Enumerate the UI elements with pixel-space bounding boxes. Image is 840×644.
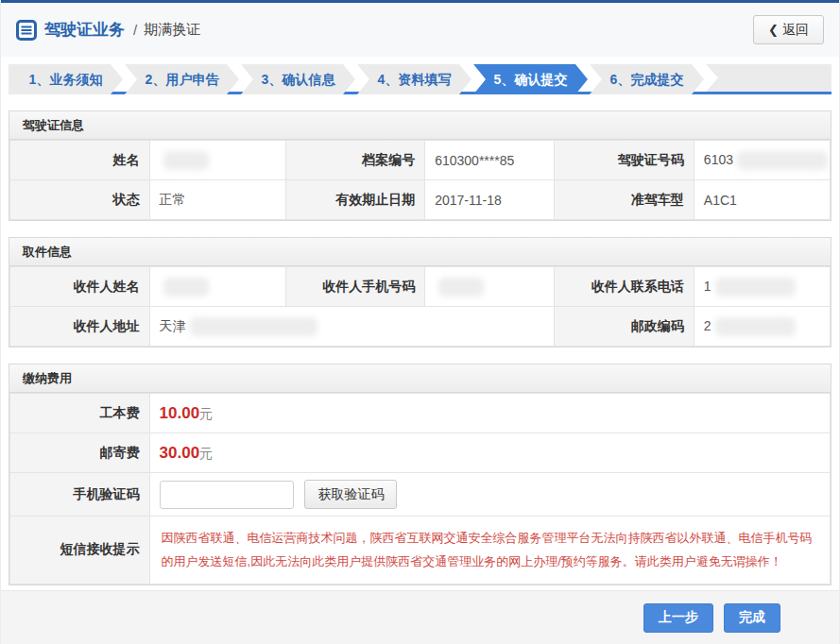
work-fee-value: 10.00元 — [149, 394, 830, 433]
previous-step-button[interactable]: 上一步 — [643, 603, 713, 633]
back-button-label: 返回 — [782, 22, 809, 39]
license-no-value: 6103 — [694, 141, 830, 180]
fee-section: 缴纳费用 工本费 10.00元 邮寄费 30.00元 手机验证码 获取验证码 短… — [9, 364, 831, 585]
work-fee-amount: 10.00 — [160, 404, 200, 422]
sms-note-text: 因陕西省联通、电信运营商技术问题，陕西省互联网交通安全综合服务管理平台无法向持陕… — [162, 526, 818, 574]
pickup-info-table: 收件人姓名 收件人手机号码 收件人联系电话 1 收件人地址 天津 邮政编码 2 — [9, 266, 831, 347]
work-fee-label: 工本费 — [10, 394, 150, 433]
expiry-label: 有效期止日期 — [285, 180, 425, 220]
postal-code-label: 邮政编码 — [555, 307, 694, 347]
table-row: 邮寄费 30.00元 — [10, 433, 831, 473]
table-row: 工本费 10.00元 — [10, 394, 831, 433]
pickup-info-section: 取件信息 收件人姓名 收件人手机号码 收件人联系电话 1 收件人地址 天津 邮政… — [9, 237, 831, 347]
page-header: 驾驶证业务 / 期满换证 ❮ 返回 — [1, 3, 839, 57]
wizard-step-5-active[interactable]: 5、确认提交 — [473, 64, 588, 94]
work-fee-unit: 元 — [199, 406, 213, 421]
license-no-label: 驾驶证号码 — [555, 141, 694, 180]
fee-table: 工本费 10.00元 邮寄费 30.00元 手机验证码 获取验证码 短信接收提示… — [9, 393, 831, 585]
table-row: 手机验证码 获取验证码 — [10, 473, 831, 517]
recipient-mobile-label: 收件人手机号码 — [285, 267, 425, 307]
mail-fee-amount: 30.00 — [160, 444, 200, 462]
license-section-title: 驾驶证信息 — [9, 111, 831, 140]
recipient-name-label: 收件人姓名 — [10, 267, 150, 307]
recipient-mobile-value — [425, 267, 555, 307]
chevron-left-icon: ❮ — [768, 23, 779, 37]
table-row: 状态 正常 有效期止日期 2017-11-18 准驾车型 A1C1 — [10, 180, 831, 220]
redaction-blur — [737, 151, 828, 170]
breadcrumb-separator: / — [133, 22, 137, 38]
back-button[interactable]: ❮ 返回 — [753, 15, 824, 44]
recipient-phone-label: 收件人联系电话 — [555, 267, 694, 307]
finish-button[interactable]: 完成 — [724, 603, 780, 633]
page-title: 驾驶证业务 — [44, 19, 125, 41]
wizard-step-3[interactable]: 3、确认信息 — [241, 64, 355, 94]
recipient-address-label: 收件人地址 — [10, 307, 150, 347]
name-label: 姓名 — [10, 141, 150, 180]
redaction-blur — [715, 278, 796, 297]
redaction-blur — [190, 317, 317, 336]
table-row: 收件人姓名 收件人手机号码 收件人联系电话 1 — [10, 267, 831, 307]
vehicle-class-value: A1C1 — [694, 180, 830, 220]
redaction-blur — [163, 278, 209, 297]
license-info-section: 驾驶证信息 姓名 档案编号 610300****85 驾驶证号码 6103 状态… — [9, 110, 831, 221]
wizard-step-4[interactable]: 4、资料填写 — [357, 64, 471, 94]
postal-code-value: 2 — [694, 307, 830, 347]
sms-note-cell: 因陕西省联通、电信运营商技术问题，陕西省互联网交通安全综合服务管理平台无法向持陕… — [149, 517, 830, 585]
footer-action-bar: 上一步 完成 — [1, 590, 839, 644]
status-value: 正常 — [149, 180, 285, 220]
mail-fee-unit: 元 — [199, 446, 213, 461]
redaction-blur — [163, 151, 209, 170]
wizard-step-6[interactable]: 6、完成提交 — [590, 64, 704, 94]
breadcrumb-current: 期满换证 — [144, 21, 200, 39]
wizard-tail — [706, 64, 831, 92]
table-row: 收件人地址 天津 邮政编码 2 — [10, 307, 831, 347]
table-row: 短信接收提示 因陕西省联通、电信运营商技术问题，陕西省互联网交通安全综合服务管理… — [10, 517, 831, 585]
wizard-step-2[interactable]: 2、用户申告 — [125, 64, 239, 94]
step-wizard: 1、业务须知 2、用户申告 3、确认信息 4、资料填写 5、确认提交 6、完成提… — [9, 64, 831, 94]
file-no-label: 档案编号 — [285, 141, 425, 180]
recipient-address-value: 天津 — [149, 307, 555, 347]
sms-code-input[interactable] — [160, 481, 294, 509]
status-label: 状态 — [10, 180, 150, 220]
expiry-value: 2017-11-18 — [425, 180, 555, 220]
table-row: 姓名 档案编号 610300****85 驾驶证号码 6103 — [10, 141, 831, 180]
redaction-blur — [715, 317, 796, 336]
recipient-name-value — [149, 267, 285, 307]
get-sms-code-button[interactable]: 获取验证码 — [304, 480, 397, 509]
sms-code-cell: 获取验证码 — [149, 473, 830, 517]
vehicle-class-label: 准驾车型 — [555, 180, 694, 220]
fee-section-title: 缴纳费用 — [9, 364, 831, 393]
mail-fee-label: 邮寄费 — [10, 433, 150, 473]
name-value — [149, 141, 285, 180]
recipient-phone-value: 1 — [694, 267, 830, 307]
license-info-table: 姓名 档案编号 610300****85 驾驶证号码 6103 状态 正常 有效… — [9, 140, 831, 220]
pickup-section-title: 取件信息 — [9, 238, 831, 266]
redaction-blur — [438, 278, 484, 297]
wizard-step-1[interactable]: 1、业务须知 — [9, 64, 123, 94]
mail-fee-value: 30.00元 — [149, 433, 830, 473]
sms-code-label: 手机验证码 — [10, 473, 150, 517]
sms-note-label: 短信接收提示 — [10, 517, 150, 585]
file-no-value: 610300****85 — [425, 141, 555, 180]
list-form-icon — [16, 20, 37, 41]
